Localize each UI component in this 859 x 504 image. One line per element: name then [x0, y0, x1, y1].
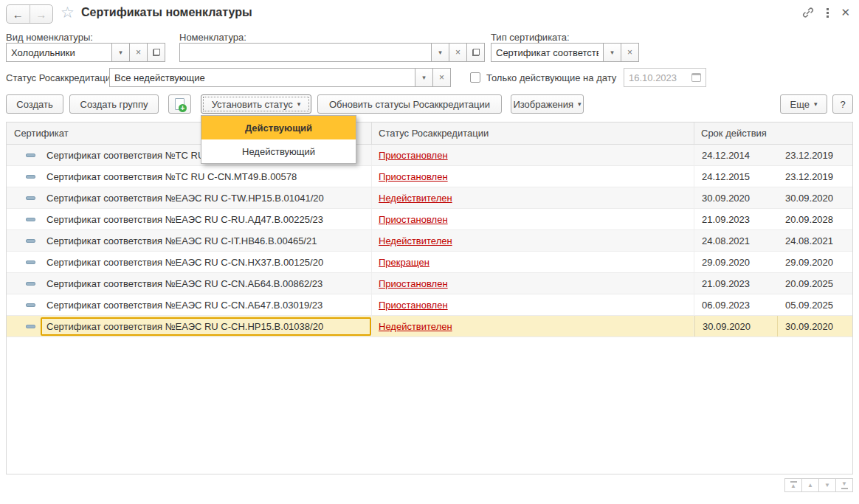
status-cell: Недействителен — [372, 316, 694, 336]
table-row[interactable]: Сертификат соответствия №ЕАЭС RU С-RU.АД… — [7, 209, 852, 230]
certificate-cell[interactable]: Сертификат соответствия №ЕАЭС RU С-CN.АБ… — [7, 294, 372, 315]
create-button[interactable]: Создать — [6, 94, 63, 114]
clear-icon: × — [439, 72, 444, 83]
certificate-name[interactable]: Сертификат соответствия №ЕАЭС RU С-IT.НВ… — [41, 232, 371, 250]
table-row[interactable]: Сертификат соответствия №ЕАЭС RU С-TW.НР… — [7, 187, 852, 209]
status-link[interactable]: Приостановлен — [379, 150, 448, 161]
certificate-cell[interactable]: Сертификат соответствия №ЕАЭС RU С-IT.НВ… — [7, 230, 372, 251]
open-form-icon — [153, 49, 160, 56]
nomenclature-open-button[interactable] — [467, 43, 485, 62]
create-by-copy-button[interactable] — [168, 94, 191, 114]
validity-cell: 29.09.202029.09.2020 — [694, 252, 852, 272]
column-header-status[interactable]: Статус Росаккредитации — [372, 122, 694, 144]
cert-type-dropdown-button[interactable]: ▾ — [604, 43, 621, 62]
status-cell: Приостановлен — [372, 166, 694, 187]
date-to: 30.09.2020 — [778, 321, 833, 332]
certificate-cell[interactable]: Сертификат соответствия №ЕАЭС RU С-RU.АД… — [7, 209, 372, 229]
table-row[interactable]: Сертификат соответствия №ЕАЭС RU С-IT.НВ… — [7, 230, 852, 252]
item-marker-icon — [26, 196, 35, 200]
status-filter-input[interactable] — [109, 68, 415, 87]
only-active-checkbox[interactable] — [470, 72, 480, 83]
active-date-field[interactable]: 16.10.2023 — [624, 68, 706, 87]
kind-filter-input[interactable] — [6, 43, 112, 62]
status-link[interactable]: Недействителен — [379, 321, 452, 332]
item-marker-icon — [26, 282, 35, 286]
help-button[interactable]: ? — [832, 94, 853, 114]
kind-open-button[interactable] — [148, 43, 165, 62]
status-link[interactable]: Недействителен — [379, 235, 452, 246]
certificate-name[interactable]: Сертификат соответствия №ЕАЭС RU С-CN.НХ… — [41, 253, 371, 272]
forward-button[interactable]: → — [30, 5, 53, 23]
table-row[interactable]: Сертификат соответствия №ЕАЭС RU С-СН.НР… — [7, 316, 852, 337]
app-window: ← → ☆ Сертификаты номенклатуры ✕ Вид ном… — [0, 0, 859, 504]
date-to: 20.09.2025 — [778, 278, 833, 289]
date-from: 30.09.2020 — [694, 193, 778, 204]
cert-type-clear-button[interactable]: × — [621, 43, 639, 62]
go-bottom-button[interactable]: ▼ — [835, 478, 853, 492]
table-row[interactable]: Сертификат соответствия №ЕАЭС RU С-CN.АБ… — [7, 294, 852, 316]
certificate-name[interactable]: Сертификат соответствия №ЕАЭС RU С-RU.АД… — [41, 210, 371, 229]
status-link[interactable]: Недействителен — [379, 193, 452, 204]
chevron-down-icon: ▾ — [438, 49, 442, 56]
row-up-button[interactable]: ▲ — [801, 478, 819, 492]
menu-item-0[interactable]: Действующий — [201, 116, 356, 139]
certificate-name[interactable]: Сертификат соответствия №ЕАЭС RU С-TW.НР… — [41, 189, 371, 207]
validity-cell: 21.09.202320.09.2028 — [694, 209, 852, 229]
nomenclature-filter-label: Номенклатура: — [179, 32, 246, 43]
status-link[interactable]: Прекращен — [379, 257, 430, 268]
kind-clear-button[interactable]: × — [130, 43, 148, 62]
certificate-name[interactable]: Сертификат соответствия №ЕАЭС RU С-CN.АБ… — [41, 275, 371, 293]
certificate-name[interactable]: Сертификат соответствия №ТС RU С-CN.МТ49… — [41, 168, 371, 186]
table-row[interactable]: Сертификат соответствия №ЕАЭС RU С-CN.АБ… — [7, 273, 852, 294]
nomenclature-dropdown-button[interactable]: ▾ — [432, 43, 449, 62]
set-status-menu: ДействующийНедействующий — [201, 115, 356, 164]
item-marker-icon — [26, 303, 35, 307]
back-button[interactable]: ← — [7, 5, 30, 23]
menu-item-1[interactable]: Недействующий — [201, 139, 356, 163]
close-icon[interactable]: ✕ — [841, 6, 850, 19]
arrow-up-icon: ▲ — [807, 483, 813, 489]
go-top-button[interactable]: ▲ — [784, 478, 802, 492]
link-icon[interactable] — [801, 6, 815, 19]
nomenclature-filter-input[interactable] — [179, 43, 432, 62]
set-status-button[interactable]: Установить статус▾ — [201, 94, 311, 114]
certificate-cell[interactable]: Сертификат соответствия №ЕАЭС RU С-TW.НР… — [7, 187, 372, 208]
date-from: 21.09.2023 — [694, 278, 778, 289]
nomenclature-clear-button[interactable]: × — [449, 43, 467, 62]
kebab-menu-icon[interactable] — [824, 8, 832, 18]
validity-cell: 30.09.202030.09.2020 — [694, 316, 852, 336]
status-link[interactable]: Приостановлен — [379, 278, 448, 289]
certificate-name[interactable]: Сертификат соответствия №ЕАЭС RU С-СН.НР… — [41, 317, 371, 336]
more-button[interactable]: Еще▾ — [780, 94, 827, 114]
column-header-validity[interactable]: Срок действия — [694, 122, 852, 144]
certificate-cell[interactable]: Сертификат соответствия №ЕАЭС RU С-CN.АБ… — [7, 273, 372, 294]
table-row[interactable]: Сертификат соответствия №ЕАЭС RU С-CN.НХ… — [7, 252, 852, 273]
calendar-icon[interactable] — [691, 73, 701, 82]
row-down-button[interactable]: ▼ — [818, 478, 836, 492]
create-group-button[interactable]: Создать группу — [69, 94, 159, 114]
images-button[interactable]: Изображения▾ — [511, 94, 584, 114]
status-link[interactable]: Приостановлен — [379, 214, 448, 225]
status-link[interactable]: Приостановлен — [379, 171, 448, 182]
date-from: 24.12.2014 — [694, 150, 778, 161]
certificate-cell[interactable]: Сертификат соответствия №ТС RU С-CN.МТ49… — [7, 166, 372, 187]
certificate-cell[interactable]: Сертификат соответствия №ЕАЭС RU С-CN.НХ… — [7, 252, 372, 272]
status-link[interactable]: Приостановлен — [379, 300, 448, 311]
open-form-icon — [472, 49, 480, 56]
certificate-name[interactable]: Сертификат соответствия №ЕАЭС RU С-CN.АБ… — [41, 296, 371, 314]
certificates-table: Сертификат Статус Росаккредитации Срок д… — [6, 122, 853, 474]
update-statuses-button[interactable]: Обновить статусы Росаккредитации — [317, 94, 502, 114]
item-marker-icon — [26, 239, 35, 243]
grid-pager: ▲ ▲ ▼ ▼ — [785, 478, 853, 492]
cert-type-filter-input[interactable] — [491, 43, 604, 62]
item-marker-icon — [26, 260, 35, 264]
table-row[interactable]: Сертификат соответствия №ТС RU СПриостан… — [7, 145, 852, 166]
table-row[interactable]: Сертификат соответствия №ТС RU С-CN.МТ49… — [7, 166, 852, 187]
status-dropdown-button[interactable]: ▾ — [415, 68, 433, 87]
certificate-cell[interactable]: Сертификат соответствия №ЕАЭС RU С-СН.НР… — [7, 316, 372, 336]
status-cell: Недействителен — [372, 187, 694, 208]
kind-dropdown-button[interactable]: ▾ — [112, 43, 130, 62]
status-clear-button[interactable]: × — [433, 68, 451, 87]
date-from: 29.09.2020 — [694, 257, 778, 268]
favorite-star-icon[interactable]: ☆ — [61, 4, 75, 21]
